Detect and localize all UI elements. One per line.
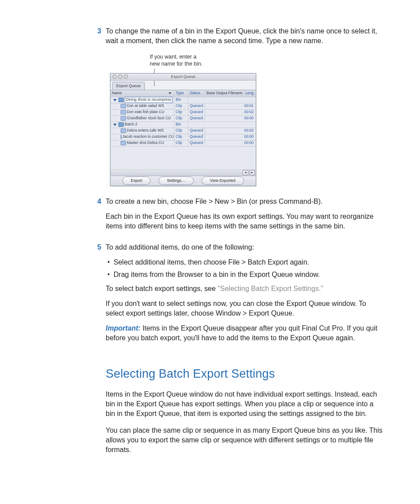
folder-icon: [118, 98, 124, 102]
step-3: 3 To change the name of a bin in the Exp…: [35, 26, 385, 51]
export-queue-figure: If you want, enter a new name for the bi…: [110, 73, 385, 186]
table-row[interactable]: Jacob reaction to customer CU Clip Queue…: [111, 134, 256, 140]
important-note: Important: Items in the Export Queue dis…: [106, 324, 385, 343]
step-5: 5 To add additional items, do one of the…: [35, 243, 385, 349]
callout-line2: new name for the bin.: [150, 61, 203, 67]
table-row[interactable]: Don eats fish plate CU Clip Queued 00:02: [111, 110, 256, 116]
export-button[interactable]: Export: [122, 177, 151, 184]
step-body: To add additional items, do one of the f…: [106, 243, 385, 349]
window-footer: Export Settings… View Exported: [111, 176, 256, 186]
col-name[interactable]: Name: [111, 90, 174, 96]
scroll-left-icon[interactable]: ◄: [243, 170, 248, 175]
clip-icon: [121, 104, 126, 108]
bin-name-edit[interactable]: Dining shots to recompress: [125, 97, 173, 103]
select-settings-line: To select batch export settings, see "Se…: [106, 284, 385, 294]
step-body: To change the name of a bin in the Expor…: [106, 26, 385, 51]
callout-line1: If you want, enter a: [150, 54, 196, 60]
col-status[interactable]: Status: [188, 90, 205, 96]
section-para: You can place the same clip or sequence …: [106, 426, 385, 455]
section-para: Items in the Export Queue window do not …: [106, 390, 385, 419]
table-row[interactable]: Debra enters cafe WS Clip Queued 00:02: [111, 128, 256, 134]
clip-icon: [121, 135, 122, 139]
step-text: To create a new bin, choose File > New >…: [106, 197, 385, 206]
folder-icon: [118, 122, 124, 127]
window-traffic-lights[interactable]: [112, 74, 128, 79]
minimize-icon[interactable]: [118, 74, 122, 79]
step-4: 4 To create a new bin, choose File > New…: [35, 197, 385, 236]
figure-callout: If you want, enter a new name for the bi…: [150, 54, 203, 67]
important-label: Important:: [106, 324, 140, 332]
table-row[interactable]: Grandfather clock face CU Clip Queued 00…: [111, 116, 256, 122]
table-row[interactable]: Batch 2 Bin: [111, 122, 256, 128]
empty-area: [111, 147, 256, 170]
step-follow: Each bin in the Export Queue has its own…: [106, 212, 385, 231]
step-number: 5: [35, 243, 106, 349]
clip-icon: [121, 129, 126, 133]
column-header-row: Name Type Status Base Output Filename Le…: [111, 90, 256, 97]
step-number: 3: [35, 26, 106, 51]
view-exported-button[interactable]: View Exported: [202, 177, 244, 184]
horizontal-scrollbar[interactable]: ◄ ►: [111, 170, 256, 176]
manual-page: 3 To change the name of a bin in the Exp…: [0, 0, 420, 504]
important-text: Items in the Export Queue disappear afte…: [106, 324, 377, 342]
table-row[interactable]: Dining shots to recompress Bin: [111, 97, 256, 103]
sort-indicator-icon: [169, 92, 171, 94]
section-selecting-batch-export-settings: Selecting Batch Export Settings Items in…: [106, 366, 385, 455]
col-base-output[interactable]: Base Output Filename: [205, 90, 243, 96]
step-text: To change the name of a bin in the Expor…: [106, 26, 385, 46]
settings-button[interactable]: Settings…: [158, 177, 194, 184]
table-row[interactable]: Don at table salad WS Clip Queued 00:01: [111, 103, 256, 110]
col-length[interactable]: Leng: [243, 90, 255, 96]
close-icon[interactable]: [112, 74, 117, 79]
step-text: To add additional items, do one of the f…: [106, 243, 385, 252]
section-title: Selecting Batch Export Settings: [106, 366, 385, 382]
clip-icon: [121, 116, 126, 121]
export-queue-window: Export Queue Export Queue Name Type Stat…: [110, 73, 256, 186]
close-note: If you don't want to select settings now…: [106, 299, 385, 318]
step-body: To create a new bin, choose File > New >…: [106, 197, 385, 236]
bullet-list: Select additional items, then choose Fil…: [106, 258, 385, 280]
table-body: Dining shots to recompress Bin Don at ta…: [111, 97, 256, 170]
window-titlebar[interactable]: Export Queue: [111, 74, 256, 81]
tab-bar: Export Queue: [111, 81, 256, 89]
col-type[interactable]: Type: [174, 90, 188, 96]
cross-reference-link[interactable]: "Selecting Batch Export Settings.": [217, 285, 323, 292]
step-number: 4: [35, 197, 106, 236]
scroll-right-icon[interactable]: ►: [249, 170, 255, 175]
disclosure-triangle-icon[interactable]: [113, 99, 117, 101]
window-title: Export Queue: [171, 74, 195, 79]
tab-export-queue[interactable]: Export Queue: [112, 82, 145, 89]
disclosure-triangle-icon[interactable]: [113, 124, 117, 126]
clip-icon: [121, 110, 126, 114]
table-row[interactable]: Master shot Debra CU Clip Queued 00:00: [111, 140, 256, 147]
zoom-icon[interactable]: [124, 74, 128, 79]
bullet-item: Drag items from the Browser to a bin in …: [114, 270, 385, 280]
bullet-item: Select additional items, then choose Fil…: [114, 258, 385, 267]
clip-icon: [121, 141, 126, 145]
